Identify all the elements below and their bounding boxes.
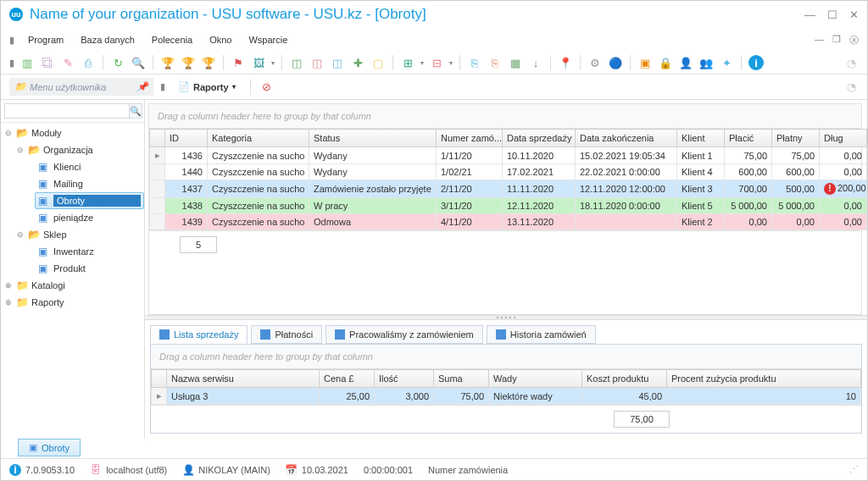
cell-placic[interactable]: 600,00 bbox=[725, 164, 772, 180]
cell-kategoria[interactable]: Czyszczenie na sucho bbox=[208, 164, 309, 180]
gear-icon[interactable]: ⚙ bbox=[587, 55, 603, 70]
col-cena[interactable]: Cena £ bbox=[320, 370, 375, 388]
cell-dlug[interactable]: 0,00 bbox=[820, 214, 867, 230]
col-wady[interactable]: Wady bbox=[489, 370, 582, 388]
wand-icon[interactable]: ✦ bbox=[719, 55, 734, 70]
col-id[interactable]: ID bbox=[165, 130, 208, 147]
col-kategoria[interactable]: Kategoria bbox=[208, 130, 309, 147]
cell-numer[interactable]: 1/02/21 bbox=[437, 164, 503, 180]
flag-icon[interactable]: ⚑ bbox=[231, 55, 246, 70]
cell-dz[interactable]: 18.11.2020 0:00:00 bbox=[576, 198, 677, 214]
cell-platny[interactable]: 75,00 bbox=[772, 147, 820, 164]
menu-okno[interactable]: Okno bbox=[206, 33, 235, 47]
menu-program[interactable]: Program bbox=[25, 33, 67, 47]
col-suma[interactable]: Suma bbox=[434, 370, 489, 388]
pin-sidebar-icon[interactable]: 📌 bbox=[136, 81, 148, 92]
lock-icon[interactable]: 🔒 bbox=[658, 55, 673, 70]
col-data-zak[interactable]: Data zakończenia bbox=[576, 130, 677, 147]
new-icon[interactable]: ▥ bbox=[19, 55, 35, 70]
cell-ds[interactable]: 11.11.2020 bbox=[503, 180, 576, 198]
cell-koszt[interactable]: 45,00 bbox=[582, 388, 667, 405]
tab-historia[interactable]: Historia zamówień bbox=[487, 325, 596, 344]
cell-dlug[interactable]: 0,00 bbox=[820, 198, 867, 214]
cell-platny[interactable]: 500,00 bbox=[772, 180, 820, 198]
cell-klient[interactable]: Klient 4 bbox=[677, 164, 725, 180]
collapse-icon[interactable]: ⊖ bbox=[16, 230, 25, 239]
menu-wsparcie[interactable]: Wsparcie bbox=[245, 33, 291, 47]
cell-dlug[interactable]: !200,00 bbox=[820, 180, 867, 198]
cell-status[interactable]: Odmowa bbox=[309, 214, 437, 230]
close-button[interactable]: ✕ bbox=[849, 8, 859, 21]
tab-pracowalismy[interactable]: Pracowaliśmy z zamówieniem bbox=[326, 325, 483, 344]
tree-klienci[interactable]: ▣ Klienci bbox=[1, 158, 144, 175]
bottom-tab-obroty[interactable]: ▣ Obroty bbox=[18, 439, 81, 456]
tree-mailing[interactable]: ▣ Mailing bbox=[1, 175, 144, 192]
cell-ds[interactable]: 17.02.2021 bbox=[503, 164, 576, 180]
expand-icon[interactable]: ⊕ bbox=[4, 281, 13, 290]
cell-ds[interactable]: 12.11.2020 bbox=[503, 198, 576, 214]
minimize-button[interactable]: — bbox=[804, 8, 815, 21]
cell-id[interactable]: 1436 bbox=[165, 147, 208, 164]
edit-icon[interactable]: ✎ bbox=[60, 55, 75, 70]
refresh-icon[interactable]: ↻ bbox=[110, 55, 125, 70]
cell-id[interactable]: 1440 bbox=[165, 164, 208, 180]
expand-icon[interactable]: ⊕ bbox=[4, 298, 13, 307]
cell-procent[interactable]: 10 bbox=[667, 388, 861, 405]
mdi-close-button[interactable]: ⓧ bbox=[849, 34, 859, 47]
cell-dz[interactable]: 15.02.2021 19:05:34 bbox=[576, 147, 677, 164]
col-klient[interactable]: Klient bbox=[677, 130, 725, 147]
table-row[interactable]: 1437Czyszczenie na suchoZamówienie zosta… bbox=[150, 180, 867, 198]
cell-cena[interactable]: 25,00 bbox=[320, 388, 375, 405]
cell-numer[interactable]: 3/11/20 bbox=[437, 198, 503, 214]
cell-klient[interactable]: Klient 5 bbox=[677, 198, 725, 214]
table-row[interactable]: ▸1436Czyszczenie na suchoWydany1/11/2010… bbox=[150, 147, 867, 164]
cell-klient[interactable]: Klient 1 bbox=[677, 147, 725, 164]
user-icon[interactable]: 👤 bbox=[678, 55, 693, 70]
col-platny[interactable]: Płatny bbox=[772, 130, 820, 147]
tree-produkt[interactable]: ▣ Produkt bbox=[1, 260, 144, 277]
import-icon[interactable]: ⊟ bbox=[429, 55, 444, 70]
folder2-icon[interactable]: ⎘ bbox=[487, 55, 503, 70]
cell-dlug[interactable]: 0,00 bbox=[820, 147, 867, 164]
cell-suma[interactable]: 75,00 bbox=[434, 388, 489, 405]
sidebar-search-button[interactable]: 🔍 bbox=[130, 103, 142, 119]
cell-dlug[interactable]: 0,00 bbox=[820, 164, 867, 180]
tree-katalogi[interactable]: ⊕ 📁 Katalogi bbox=[1, 277, 144, 294]
rss-icon[interactable]: ▣ bbox=[637, 55, 653, 70]
sidebar-search-input[interactable] bbox=[4, 103, 130, 119]
cell-klient[interactable]: Klient 3 bbox=[677, 180, 725, 198]
menu-polecenia[interactable]: Polecenia bbox=[148, 33, 196, 47]
cell-kategoria[interactable]: Czyszczenie na sucho bbox=[208, 147, 309, 164]
cell-id[interactable]: 1439 bbox=[165, 214, 208, 230]
table-row[interactable]: 1438Czyszczenie na suchoW pracy3/11/2012… bbox=[150, 198, 867, 214]
collapse-icon[interactable]: ⊖ bbox=[4, 129, 13, 137]
cell-status[interactable]: Zamówienie zostało przyjęte bbox=[309, 180, 437, 198]
tree-sklep[interactable]: ⊖ 📂 Sklep bbox=[1, 226, 144, 243]
detail-row[interactable]: ▸ Usługa 3 25,00 3,000 75,00 Niektóre wa… bbox=[152, 388, 861, 405]
detail-group-hint[interactable]: Drag a column header here to group by th… bbox=[151, 345, 861, 369]
maximize-button[interactable]: ☐ bbox=[827, 8, 837, 21]
box1-icon[interactable]: ◫ bbox=[289, 55, 304, 70]
cell-dz[interactable]: 22.02.2021 0:00:00 bbox=[576, 164, 677, 180]
mdi-minimize-button[interactable]: — bbox=[815, 34, 824, 47]
extra2-icon[interactable]: ◔ bbox=[843, 80, 859, 95]
mdi-restore-button[interactable]: ❐ bbox=[832, 34, 841, 47]
cell-nazwa[interactable]: Usługa 3 bbox=[167, 388, 320, 405]
col-ilosc[interactable]: Ilość bbox=[375, 370, 434, 388]
tree-inwentarz[interactable]: ▣ Inwentarz bbox=[1, 243, 144, 260]
cell-status[interactable]: W pracy bbox=[309, 198, 437, 214]
cell-numer[interactable]: 2/11/20 bbox=[437, 180, 503, 198]
tab-platnosci[interactable]: Płatności bbox=[251, 325, 322, 344]
tree-organizacja[interactable]: ⊖ 📂 Organizacja bbox=[1, 141, 144, 158]
col-data-sprz[interactable]: Data sprzedaży bbox=[503, 130, 576, 147]
cell-placic[interactable]: 75,00 bbox=[725, 147, 772, 164]
save-icon[interactable]: ⎙ bbox=[81, 55, 96, 70]
users-icon[interactable]: 👥 bbox=[698, 55, 714, 70]
chart-icon[interactable]: ▦ bbox=[508, 55, 523, 70]
cell-id[interactable]: 1438 bbox=[165, 198, 208, 214]
cell-status[interactable]: Wydany bbox=[309, 147, 437, 164]
tree-moduly[interactable]: ⊖ 📂 Moduły bbox=[1, 124, 144, 141]
box3-icon[interactable]: ◫ bbox=[330, 55, 345, 70]
cell-wady[interactable]: Niektóre wady bbox=[489, 388, 582, 405]
cell-kategoria[interactable]: Czyszczenie na sucho bbox=[208, 198, 309, 214]
